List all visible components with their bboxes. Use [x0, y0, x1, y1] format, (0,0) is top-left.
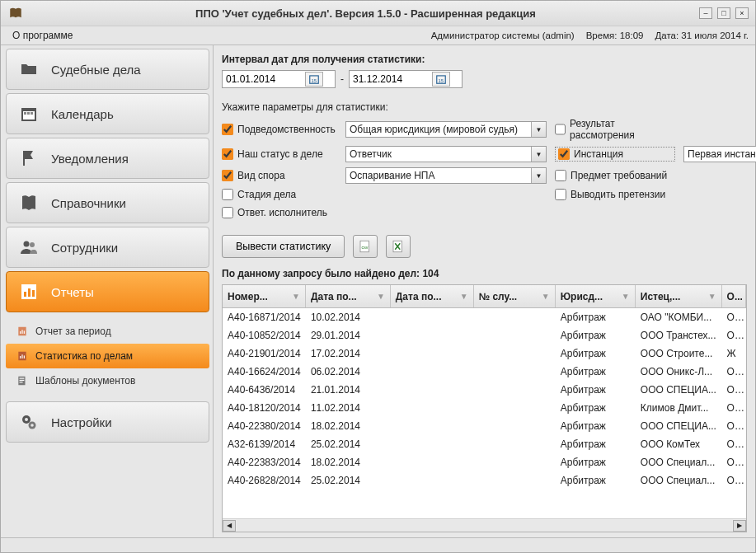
- cell-number: A40-22380/2014: [223, 420, 306, 432]
- scroll-right-button[interactable]: ▶: [733, 520, 746, 532]
- sub-nav-reports: Отчет за период Статистика по делам Шабл…: [6, 316, 209, 401]
- horizontal-scrollbar[interactable]: ◀ ▶: [223, 518, 746, 532]
- run-stats-button[interactable]: Вывести статистику: [222, 235, 345, 258]
- table-row[interactable]: A40-10852/201429.01.2014АрбитражООО Тран…: [223, 326, 746, 344]
- menu-about[interactable]: О программе: [7, 28, 77, 43]
- maximize-button[interactable]: □: [717, 7, 730, 19]
- date-to-field[interactable]: 15: [349, 70, 463, 88]
- status-value: Ответчик: [346, 148, 531, 160]
- filter-icon[interactable]: ▼: [622, 292, 630, 301]
- cell-plaintiff: ООО СПЕЦИА...: [636, 384, 722, 396]
- table-row[interactable]: A40-22380/201418.02.2014АрбитражООО СПЕЦ…: [223, 417, 746, 435]
- chk-status[interactable]: [222, 148, 233, 160]
- date-from-input[interactable]: [226, 73, 305, 85]
- col-number[interactable]: Номер...▼: [223, 285, 306, 307]
- jurisdiction-value: Общая юрисдикция (мировой судья): [346, 124, 531, 135]
- col-date1[interactable]: Дата по...▼: [306, 285, 391, 307]
- calendar-button-to[interactable]: 15: [432, 72, 450, 87]
- cell-date1: 18.02.2014: [306, 457, 391, 468]
- col-jurisdiction[interactable]: Юрисд...▼: [556, 285, 636, 307]
- cell-number: A40-21901/2014: [223, 348, 306, 359]
- chk-stage[interactable]: [222, 189, 233, 200]
- table-row[interactable]: A40-16871/201410.02.2014АрбитражОАО "КОМ…: [223, 308, 746, 326]
- combo-dispute[interactable]: Оспаривание НПА▼: [345, 167, 547, 184]
- sidebar-item-reports[interactable]: Отчеты: [6, 271, 209, 312]
- sidebar-item-cases[interactable]: Судебные дела: [6, 49, 209, 90]
- calendar-button-from[interactable]: 15: [305, 72, 323, 87]
- sub-item-case-stats[interactable]: Статистика по делам: [6, 344, 209, 368]
- sub-item-period-report[interactable]: Отчет за период: [6, 319, 209, 344]
- svg-rect-18: [24, 355, 25, 359]
- close-button[interactable]: ×: [735, 7, 749, 19]
- table-row[interactable]: A40-18120/201411.02.2014АрбитражКлимов Д…: [223, 399, 746, 417]
- sidebar-item-calendar[interactable]: Календарь: [6, 93, 209, 134]
- export-excel-button[interactable]: [386, 235, 411, 258]
- sub-item-templates[interactable]: Шаблоны документов: [6, 368, 209, 393]
- date-to-input[interactable]: [353, 73, 432, 85]
- table-row[interactable]: A40-6436/201421.01.2014АрбитражООО СПЕЦИ…: [223, 381, 746, 399]
- sub-item-label: Статистика по делам: [35, 350, 133, 362]
- cell-number: A40-6436/2014: [223, 384, 306, 396]
- cell-o: ОС: [722, 330, 746, 341]
- scroll-track[interactable]: [237, 520, 732, 532]
- chk-subject[interactable]: [555, 170, 566, 181]
- filter-icon[interactable]: ▼: [542, 292, 550, 301]
- chk-dispute[interactable]: [222, 170, 233, 181]
- cell-plaintiff: ООО Оникс-Л...: [636, 366, 722, 377]
- minimize-button[interactable]: –: [699, 7, 712, 19]
- stage-label: Стадия дела: [237, 189, 296, 200]
- chevron-down-icon[interactable]: ▼: [531, 122, 546, 137]
- combo-status[interactable]: Ответчик▼: [345, 146, 547, 162]
- cell-date1: 25.02.2014: [306, 438, 391, 450]
- svg-rect-21: [20, 380, 25, 381]
- col-date2[interactable]: Дата по...▼: [391, 285, 474, 307]
- table-row[interactable]: A40-22383/201418.02.2014АрбитражООО Спец…: [223, 453, 746, 471]
- table-row[interactable]: A32-6139/201425.02.2014АрбитражООО КомТе…: [223, 435, 746, 453]
- combo-jurisdiction[interactable]: Общая юрисдикция (мировой судья)▼: [345, 121, 547, 138]
- chk-jurisdiction[interactable]: [222, 124, 233, 135]
- col-plaintiff[interactable]: Истец,...▼: [636, 285, 722, 307]
- svg-rect-12: [20, 331, 21, 334]
- sidebar-item-directories[interactable]: Справочники: [6, 182, 209, 223]
- chevron-down-icon[interactable]: ▼: [531, 168, 546, 183]
- filter-icon[interactable]: ▼: [460, 292, 468, 301]
- filter-icon[interactable]: ▼: [377, 292, 385, 301]
- chk-instance[interactable]: [558, 148, 570, 160]
- filter-icon[interactable]: ▼: [708, 292, 716, 301]
- cell-o: ОС: [722, 475, 746, 486]
- cell-number: A40-10852/2014: [223, 330, 306, 341]
- chevron-down-icon[interactable]: ▼: [531, 147, 546, 162]
- cell-jurisdiction: Арбитраж: [556, 330, 636, 341]
- scroll-left-button[interactable]: ◀: [223, 520, 236, 532]
- cell-jurisdiction: Арбитраж: [556, 420, 636, 432]
- table-row[interactable]: A40-21901/201417.02.2014АрбитражООО Стро…: [223, 344, 746, 363]
- cell-date1: 29.01.2014: [306, 330, 391, 341]
- sidebar-item-employees[interactable]: Сотрудники: [6, 227, 209, 268]
- combo-instance[interactable]: Первая инстанция: [683, 146, 756, 162]
- export-csv-button[interactable]: csv: [353, 235, 378, 258]
- sidebar-item-settings[interactable]: Настройки: [6, 401, 209, 443]
- date-separator: -: [340, 73, 344, 85]
- date-section-title: Интервал дат для получения статистики:: [222, 54, 747, 65]
- chk-responsible[interactable]: [222, 207, 233, 218]
- svg-rect-4: [31, 112, 33, 115]
- svg-rect-9: [28, 288, 31, 297]
- filter-icon[interactable]: ▼: [292, 292, 300, 301]
- cell-number: A40-26828/2014: [223, 475, 306, 486]
- col-service[interactable]: № слу...▼: [474, 285, 556, 307]
- gear-icon: [18, 411, 40, 433]
- date-from-field[interactable]: 15: [222, 70, 336, 88]
- chk-claims[interactable]: [555, 189, 566, 200]
- table-row[interactable]: A40-16624/201406.02.2014АрбитражООО Оник…: [223, 363, 746, 381]
- sidebar-item-notifications[interactable]: Уведомления: [6, 138, 209, 179]
- instance-value: Первая инстанция: [684, 148, 756, 160]
- sidebar-item-label: Настройки: [51, 415, 112, 429]
- svg-rect-2: [24, 112, 26, 115]
- table-row[interactable]: A40-26828/201425.02.2014АрбитражООО Спец…: [223, 471, 746, 490]
- chk-result[interactable]: [555, 124, 566, 135]
- cell-o: ОС: [722, 438, 746, 450]
- cell-jurisdiction: Арбитраж: [556, 312, 636, 323]
- dispute-label: Вид спора: [237, 170, 285, 181]
- col-o[interactable]: О...: [722, 285, 746, 307]
- sidebar-item-label: Справочники: [51, 196, 126, 210]
